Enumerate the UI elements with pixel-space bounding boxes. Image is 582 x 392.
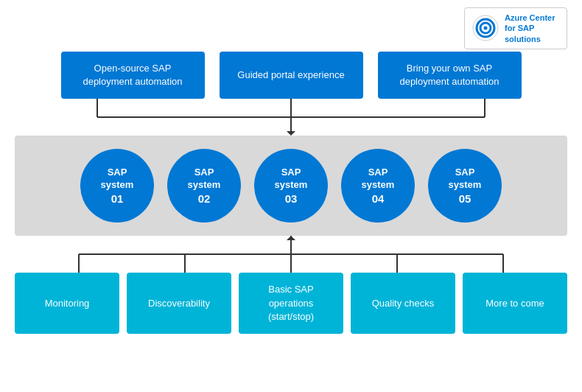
connector-top: [26, 99, 556, 136]
sap-system-01: SAPsystem 01: [80, 149, 154, 223]
bottom-connector-svg: [26, 236, 556, 273]
bottom-box-discoverability: Discoverability: [127, 273, 231, 334]
connector-bottom: [26, 236, 556, 273]
middle-band: SAPsystem 01 SAPsystem 02 SAPsystem 03 S…: [15, 136, 567, 236]
svg-marker-17: [287, 236, 295, 240]
top-box-open-source: Open-source SAP deployment automation: [61, 52, 205, 99]
sap-system-04: SAPsystem 04: [341, 149, 415, 223]
sap-system-03: SAPsystem 03: [254, 149, 328, 223]
svg-marker-9: [287, 131, 295, 136]
bottom-box-basic-ops: Basic SAP operations (start/stop): [239, 273, 343, 334]
top-box-bring-own: Bring your own SAP deployment automation: [378, 52, 522, 99]
bottom-box-monitoring: Monitoring: [15, 273, 119, 334]
azure-logo-icon: [472, 15, 499, 41]
azure-badge: Azure Centerfor SAPsolutions: [464, 7, 567, 49]
azure-badge-text: Azure Centerfor SAPsolutions: [505, 13, 555, 44]
sap-system-05: SAPsystem 05: [428, 149, 502, 223]
bottom-box-quality-checks: Quality checks: [351, 273, 455, 334]
top-box-guided-portal: Guided portal experience: [220, 52, 363, 99]
top-row: Open-source SAP deployment automation Gu…: [26, 52, 556, 99]
svg-point-3: [484, 27, 488, 30]
bottom-row: Monitoring Discoverability Basic SAP ope…: [15, 273, 567, 334]
top-connector-svg: [26, 99, 556, 136]
sap-system-02: SAPsystem 02: [167, 149, 241, 223]
bottom-box-more-to-come: More to come: [463, 273, 567, 334]
main-container: Azure Centerfor SAPsolutions Open-source…: [0, 0, 582, 392]
